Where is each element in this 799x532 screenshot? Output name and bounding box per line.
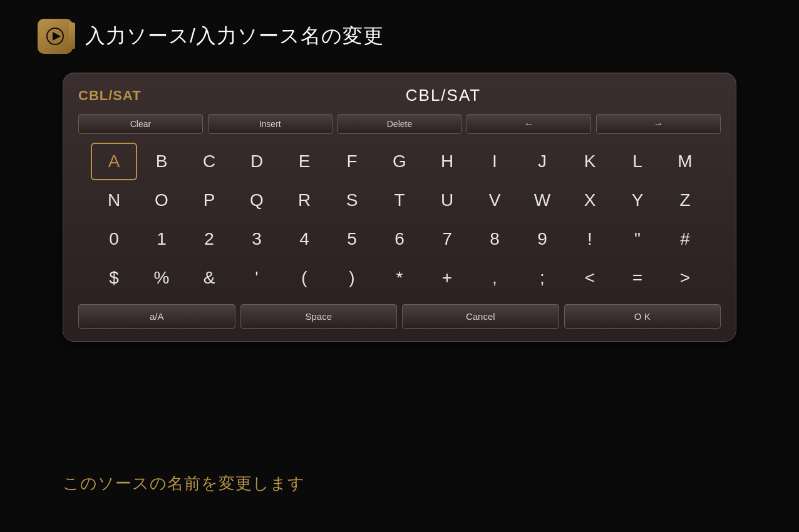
key-A[interactable]: A [91, 143, 137, 180]
key-percent[interactable]: % [138, 259, 185, 297]
page-title: 入力ソース/入力ソース名の変更 [85, 23, 384, 50]
key-2[interactable]: 2 [186, 220, 232, 258]
key-4[interactable]: 4 [281, 220, 327, 258]
clear-button[interactable]: Clear [78, 114, 203, 134]
key-X[interactable]: X [567, 182, 613, 219]
key-C[interactable]: C [186, 143, 232, 180]
key-M[interactable]: M [662, 143, 708, 180]
key-I[interactable]: I [472, 143, 518, 180]
key-3[interactable]: 3 [234, 220, 280, 258]
source-label: CBL/SAT [78, 88, 153, 104]
key-quote[interactable]: " [614, 220, 661, 258]
key-row-4: $ % & ' ( ) * + , ; < = > [78, 259, 721, 297]
keyboard-area: A B C D E F G H I J K L M N O P Q R S T … [78, 143, 721, 297]
key-5[interactable]: 5 [329, 220, 375, 258]
key-W[interactable]: W [519, 182, 565, 219]
key-E[interactable]: E [281, 143, 327, 180]
footer-description: このソースの名前を変更します [63, 473, 305, 494]
key-semicolon[interactable]: ; [519, 259, 565, 297]
key-T[interactable]: T [376, 182, 423, 219]
key-dollar[interactable]: $ [91, 259, 137, 297]
case-toggle-button[interactable]: a/A [78, 304, 235, 329]
header-icon [38, 19, 73, 54]
key-D[interactable]: D [234, 143, 280, 180]
key-O[interactable]: O [138, 182, 185, 219]
key-G[interactable]: G [376, 143, 423, 180]
key-row-3: 0 1 2 3 4 5 6 7 8 9 ! " # [78, 220, 721, 258]
insert-button[interactable]: Insert [208, 114, 332, 134]
space-button[interactable]: Space [240, 304, 398, 329]
key-B[interactable]: B [138, 143, 185, 180]
key-J[interactable]: J [519, 143, 565, 180]
key-P[interactable]: P [186, 182, 232, 219]
key-S[interactable]: S [329, 182, 375, 219]
page-header: 入力ソース/入力ソース名の変更 [0, 0, 799, 66]
key-plus[interactable]: + [424, 259, 470, 297]
key-U[interactable]: U [424, 182, 470, 219]
key-comma[interactable]: , [472, 259, 518, 297]
key-L[interactable]: L [614, 143, 661, 180]
key-R[interactable]: R [281, 182, 327, 219]
ok-button[interactable]: O K [564, 304, 721, 329]
key-Z[interactable]: Z [662, 182, 708, 219]
key-lt[interactable]: < [567, 259, 613, 297]
keyboard-panel: CBL/SAT Clear Insert Delete ← → A B C D … [63, 73, 736, 342]
key-row-1: A B C D E F G H I J K L M [78, 143, 721, 180]
key-equals[interactable]: = [614, 259, 661, 297]
input-field-area [166, 86, 721, 105]
bottom-row: a/A Space Cancel O K [78, 304, 721, 329]
key-6[interactable]: 6 [376, 220, 423, 258]
forward-button[interactable]: → [596, 114, 721, 134]
key-8[interactable]: 8 [472, 220, 518, 258]
key-7[interactable]: 7 [424, 220, 470, 258]
play-icon [46, 27, 64, 46]
control-row: Clear Insert Delete ← → [78, 114, 721, 134]
key-9[interactable]: 9 [519, 220, 565, 258]
key-Q[interactable]: Q [234, 182, 280, 219]
svg-marker-1 [53, 32, 61, 41]
key-rparen[interactable]: ) [329, 259, 375, 297]
key-K[interactable]: K [567, 143, 613, 180]
key-ampersand[interactable]: & [186, 259, 232, 297]
key-H[interactable]: H [424, 143, 470, 180]
name-input[interactable] [166, 86, 721, 105]
key-asterisk[interactable]: * [376, 259, 423, 297]
key-F[interactable]: F [329, 143, 375, 180]
key-1[interactable]: 1 [138, 220, 185, 258]
key-Y[interactable]: Y [614, 182, 661, 219]
delete-button[interactable]: Delete [338, 114, 462, 134]
key-apostrophe[interactable]: ' [234, 259, 280, 297]
key-exclaim[interactable]: ! [567, 220, 613, 258]
key-V[interactable]: V [472, 182, 518, 219]
key-hash[interactable]: # [662, 220, 708, 258]
key-0[interactable]: 0 [91, 220, 137, 258]
back-button[interactable]: ← [467, 114, 591, 134]
key-gt[interactable]: > [662, 259, 708, 297]
key-lparen[interactable]: ( [281, 259, 327, 297]
input-header: CBL/SAT [78, 86, 721, 105]
key-N[interactable]: N [91, 182, 137, 219]
key-row-2: N O P Q R S T U V W X Y Z [78, 182, 721, 219]
cancel-button[interactable]: Cancel [402, 304, 559, 329]
